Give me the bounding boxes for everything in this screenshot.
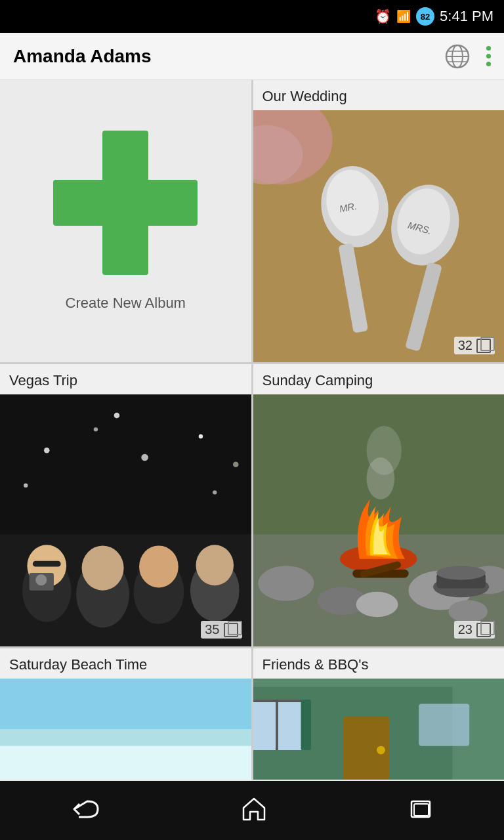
svg-point-49 xyxy=(366,426,401,475)
svg-rect-62 xyxy=(276,700,278,750)
plus-horizontal xyxy=(53,180,198,226)
back-icon xyxy=(69,797,102,821)
album-title-friends-bbq: Friends & BBQ's xyxy=(253,648,505,679)
svg-rect-65 xyxy=(419,704,469,746)
svg-point-64 xyxy=(377,746,385,755)
album-title-our-wedding: Our Wedding xyxy=(253,80,505,110)
app-bar: Amanda Adams xyxy=(0,33,504,80)
stack-icon-wedding xyxy=(476,339,491,353)
battery-icon: 82 xyxy=(416,7,434,26)
album-photo-sunday-camping xyxy=(253,394,505,646)
album-count-vegas-trip: 35 xyxy=(201,621,242,639)
svg-point-21 xyxy=(94,427,98,431)
svg-point-36 xyxy=(196,545,234,585)
svg-point-25 xyxy=(24,483,28,487)
svg-rect-57 xyxy=(0,746,251,780)
album-photo-our-wedding: MR. MRS. xyxy=(253,110,505,362)
home-icon xyxy=(240,795,268,824)
globe-icon[interactable] xyxy=(444,43,471,70)
app-bar-icons xyxy=(444,43,491,70)
album-card-our-wedding[interactable]: Our Wedding MR. xyxy=(253,80,505,362)
more-menu-button[interactable] xyxy=(486,46,491,66)
signal-icon: 📶 xyxy=(396,9,411,24)
recents-button[interactable] xyxy=(406,795,435,826)
svg-point-23 xyxy=(199,434,203,438)
svg-point-27 xyxy=(213,490,217,494)
album-title-vegas-trip: Vegas Trip xyxy=(0,364,251,394)
status-time: 5:41 PM xyxy=(440,8,494,25)
app-title: Amanda Adams xyxy=(13,46,444,67)
create-album-card[interactable]: Create New Album xyxy=(0,80,251,362)
plus-icon xyxy=(53,131,198,275)
svg-point-24 xyxy=(233,461,239,467)
status-bar: ⏰ 📶 82 5:41 PM xyxy=(0,0,504,33)
main-content: Create New Album Our Wedding xyxy=(0,80,504,781)
album-card-sunday-camping[interactable]: Sunday Camping xyxy=(253,364,505,646)
album-photo-friends-bbq xyxy=(253,679,505,780)
svg-point-20 xyxy=(44,448,50,453)
svg-point-41 xyxy=(258,566,314,600)
stack-icon-vegas xyxy=(224,623,238,637)
albums-grid: Create New Album Our Wedding xyxy=(0,80,504,780)
create-album-label: Create New Album xyxy=(66,295,186,312)
svg-point-26 xyxy=(114,413,120,419)
album-title-saturday-beach: Saturday Beach Time xyxy=(0,648,251,679)
svg-rect-67 xyxy=(301,700,310,750)
home-button[interactable] xyxy=(240,795,268,826)
recents-icon xyxy=(406,795,435,824)
svg-point-32 xyxy=(82,545,124,590)
album-card-vegas-trip[interactable]: Vegas Trip xyxy=(0,364,251,646)
album-photo-saturday-beach xyxy=(0,679,251,780)
album-count-our-wedding: 32 xyxy=(454,337,495,354)
album-title-sunday-camping: Sunday Camping xyxy=(253,364,505,394)
nav-bar xyxy=(0,781,504,840)
more-dot-1 xyxy=(486,46,491,51)
alarm-icon: ⏰ xyxy=(375,9,391,24)
more-dot-2 xyxy=(486,54,491,58)
svg-point-38 xyxy=(35,574,47,585)
svg-point-46 xyxy=(448,600,488,623)
album-count-sunday-camping: 23 xyxy=(454,621,495,639)
svg-rect-30 xyxy=(33,561,61,567)
status-icons: ⏰ 📶 82 5:41 PM xyxy=(375,7,494,26)
svg-rect-69 xyxy=(414,804,429,816)
stack-icon-camping xyxy=(476,623,491,637)
back-button[interactable] xyxy=(69,797,102,824)
album-photo-vegas-trip xyxy=(0,394,251,646)
svg-point-54 xyxy=(436,566,486,579)
more-dot-3 xyxy=(486,62,491,66)
svg-point-45 xyxy=(356,592,398,617)
svg-point-22 xyxy=(141,454,148,461)
album-card-friends-bbq[interactable]: Friends & BBQ's xyxy=(253,648,505,780)
album-card-saturday-beach[interactable]: Saturday Beach Time xyxy=(0,648,251,780)
svg-point-34 xyxy=(139,545,178,587)
